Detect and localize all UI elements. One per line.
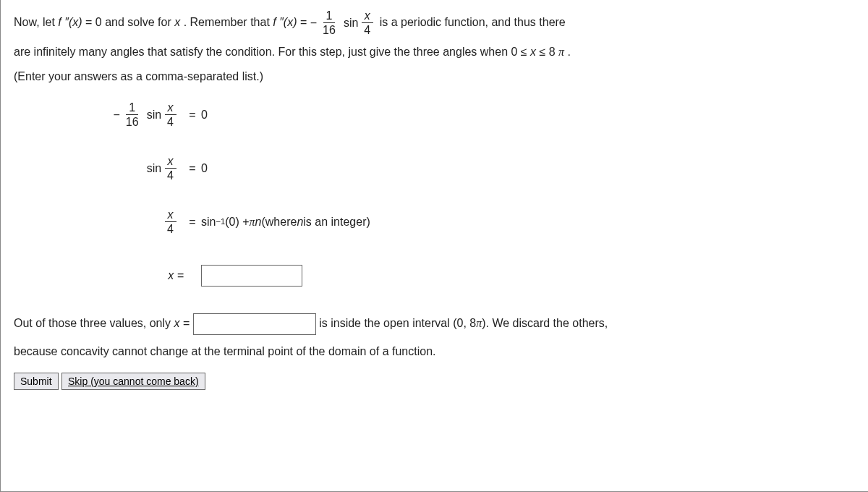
denominator: 4 xyxy=(164,115,176,129)
text: Out of those three values, only xyxy=(14,317,174,329)
fraction-1-16: 1 16 xyxy=(123,101,142,129)
denominator: 4 xyxy=(361,23,373,37)
fpp: f ″(x) xyxy=(58,16,82,28)
n: n xyxy=(297,213,303,232)
fpp: f ″(x) xyxy=(273,16,297,28)
text: . Remember that xyxy=(184,16,273,28)
denominator: 4 xyxy=(164,222,176,236)
x-equals-label: x = xyxy=(82,266,184,285)
denominator: 16 xyxy=(320,23,339,37)
fraction-x-4: x 4 xyxy=(164,208,176,236)
numerator: x xyxy=(165,101,176,115)
minus: − xyxy=(310,14,317,33)
text: (Enter your answers as a comma-separated… xyxy=(14,70,263,82)
denominator: 16 xyxy=(123,115,142,129)
rhs: 0 xyxy=(201,159,208,178)
fraction-1-16: 1 16 xyxy=(320,9,339,37)
zero: 0 xyxy=(201,106,208,124)
denominator: 4 xyxy=(164,169,176,182)
text: ). We discard the others, xyxy=(482,317,608,329)
sin: sin xyxy=(344,14,358,33)
action-bar: Submit Skip (you cannot come back) xyxy=(14,372,855,391)
answer-x-input[interactable] xyxy=(201,265,302,287)
superscript: −1 xyxy=(216,216,225,229)
fraction-x-4: x 4 xyxy=(164,101,176,129)
text: is a periodic function, and thus there xyxy=(380,16,566,28)
text: are infinitely many angles that satisfy … xyxy=(14,46,530,58)
numerator: x xyxy=(362,9,373,23)
text: Now, let xyxy=(14,16,58,28)
followup-paragraph-2: because concavity cannot change at the t… xyxy=(14,342,855,361)
step-1: − 1 16 sin x 4 = 0 xyxy=(82,99,855,131)
problem-paragraph-1: Now, let f ″(x) = 0 and solve for x . Re… xyxy=(14,9,855,37)
sin: sin xyxy=(201,213,216,232)
answer-interval-input[interactable] xyxy=(193,313,316,335)
pi-symbol: π xyxy=(558,46,564,58)
numerator: 1 xyxy=(126,101,138,115)
skip-button[interactable]: Skip (you cannot come back) xyxy=(61,373,205,390)
derivation-steps: − 1 16 sin x 4 = 0 sin x 4 = 0 xyxy=(82,99,855,292)
text: ≤ 8 xyxy=(540,46,556,58)
x: x xyxy=(530,46,536,58)
lhs: − 1 16 sin x 4 xyxy=(82,101,184,129)
numerator: x xyxy=(165,208,176,222)
sin: sin xyxy=(147,159,161,178)
rhs: sin−1(0) + πn (where n is an integer) xyxy=(201,213,370,232)
equals: = xyxy=(184,213,201,232)
math-expression: − 1 16 sin x 4 xyxy=(310,9,377,37)
step-2: sin x 4 = 0 xyxy=(82,153,855,184)
x: x xyxy=(174,317,179,329)
rhs xyxy=(201,265,302,287)
submit-button[interactable]: Submit xyxy=(14,373,59,390)
label-text: x = xyxy=(168,266,184,285)
n: n xyxy=(255,213,262,232)
numerator: 1 xyxy=(323,9,336,23)
text: because concavity cannot change at the t… xyxy=(14,345,435,357)
pi-symbol: π xyxy=(476,317,482,329)
lhs: sin x 4 xyxy=(82,154,184,182)
followup-paragraph-1: Out of those three values, only x = is i… xyxy=(14,313,855,335)
text: is an integer) xyxy=(303,213,370,232)
minus: − xyxy=(114,106,120,124)
step-4: x = xyxy=(82,260,855,292)
problem-paragraph-2: are infinitely many angles that satisfy … xyxy=(14,43,855,62)
text: (where xyxy=(261,213,297,232)
zero: 0 xyxy=(201,159,208,178)
fraction-x-4: x 4 xyxy=(361,9,373,37)
fraction-x-4: x 4 xyxy=(164,154,176,182)
text: = xyxy=(183,317,193,329)
pi-symbol: π xyxy=(250,213,255,232)
text: is inside the open interval (0, 8 xyxy=(319,317,476,329)
lhs: x 4 xyxy=(82,208,184,236)
problem-paragraph-3: (Enter your answers as a comma-separated… xyxy=(14,67,855,86)
step-3: x 4 = sin−1(0) + πn (where n is an integ… xyxy=(82,206,855,238)
text: = 0 and solve for xyxy=(85,16,174,28)
rhs: 0 xyxy=(201,106,208,124)
sin: sin xyxy=(147,106,161,124)
text: (0) + xyxy=(225,213,249,232)
equals: = xyxy=(184,106,201,124)
equals: = xyxy=(184,159,201,178)
text: . xyxy=(568,46,571,58)
numerator: x xyxy=(165,154,176,169)
text: = xyxy=(300,16,310,28)
x: x xyxy=(174,16,180,28)
